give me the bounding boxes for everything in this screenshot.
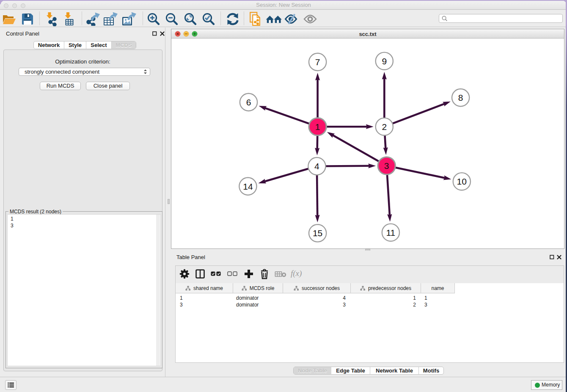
svg-text:6: 6 (246, 97, 251, 107)
svg-text:14: 14 (243, 182, 253, 191)
svg-text:7: 7 (315, 57, 320, 67)
svg-text:15: 15 (313, 228, 322, 238)
svg-text:8: 8 (458, 93, 463, 102)
svg-text:2: 2 (382, 122, 387, 132)
svg-text:1: 1 (315, 122, 320, 132)
svg-text:11: 11 (386, 228, 395, 237)
svg-text:10: 10 (457, 177, 467, 186)
svg-text:4: 4 (314, 161, 319, 171)
svg-text:3: 3 (384, 161, 389, 171)
svg-text:9: 9 (382, 56, 387, 66)
